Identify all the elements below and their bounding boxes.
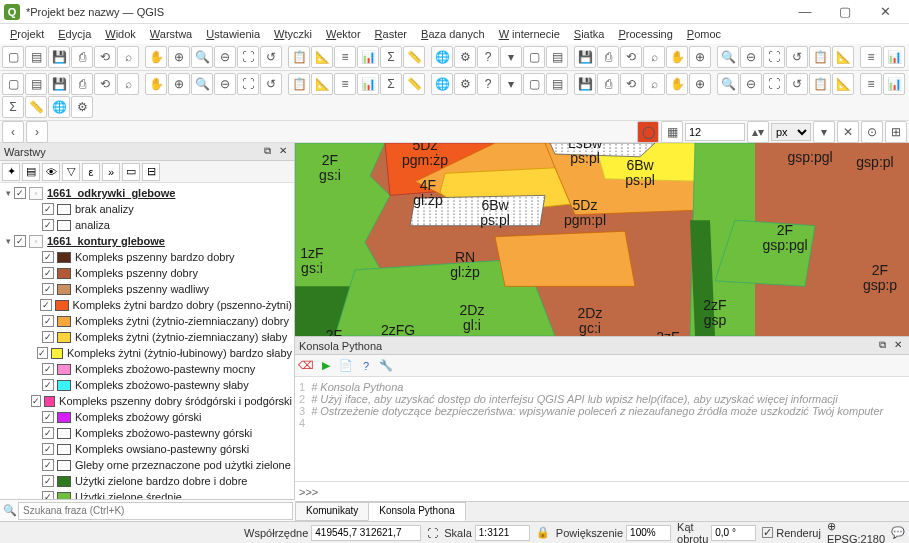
layer-checkbox[interactable]: ✓ xyxy=(42,219,54,231)
render-checkbox[interactable]: ✓Renderuj xyxy=(762,527,821,539)
toolbar-button[interactable]: ▤ xyxy=(546,73,568,95)
help-icon[interactable]: ? xyxy=(357,357,375,375)
layer-checkbox[interactable]: ✓ xyxy=(42,475,54,487)
tab-konsola[interactable]: Konsola Pythona xyxy=(368,502,466,521)
toolbar-button[interactable]: ↺ xyxy=(786,73,808,95)
scale-input[interactable] xyxy=(475,525,530,541)
layer-checkbox[interactable]: ✓ xyxy=(42,379,54,391)
layer-checkbox[interactable]: ✓ xyxy=(42,331,54,343)
toolbar-button[interactable]: 📐 xyxy=(832,73,854,95)
eye-icon[interactable]: 👁 xyxy=(42,163,60,181)
toolbar-button[interactable]: ✋ xyxy=(666,46,688,68)
toolbar-button[interactable]: ? xyxy=(477,73,499,95)
coord-input[interactable] xyxy=(311,525,421,541)
toolbar-button[interactable]: ⎙ xyxy=(597,73,619,95)
layer-node[interactable]: ✓Kompleks zbożowo-pastewny górski xyxy=(0,425,294,441)
toolbar-button[interactable]: 📏 xyxy=(403,73,425,95)
layer-node[interactable]: ✓Kompleks pszenny dobry śródgórski i pod… xyxy=(0,393,294,409)
unit-select[interactable]: px xyxy=(771,123,811,141)
layer-node[interactable]: ✓Kompleks żytni bardzo dobry (pszenno-ży… xyxy=(0,297,294,313)
crs-button[interactable]: ⊕ EPSG:2180 xyxy=(827,520,885,543)
toolbar-button[interactable]: 📋 xyxy=(809,46,831,68)
toolbar-button[interactable]: ⎙ xyxy=(597,46,619,68)
stepper-icon[interactable]: ▴▾ xyxy=(747,121,769,143)
toolbar-button[interactable]: ⊖ xyxy=(214,73,236,95)
toolbar-button[interactable]: ⊖ xyxy=(740,46,762,68)
rot-input[interactable] xyxy=(711,525,756,541)
remove-icon[interactable]: ⊟ xyxy=(142,163,160,181)
toolbar-button[interactable]: ⚙ xyxy=(454,46,476,68)
tool-icon[interactable]: ◯ xyxy=(637,121,659,143)
arrow-right-icon[interactable]: › xyxy=(26,121,48,143)
toolbar-button[interactable]: ▢ xyxy=(2,46,24,68)
toolbar-button[interactable]: ⌕ xyxy=(117,46,139,68)
menu-item[interactable]: Edycja xyxy=(52,26,97,42)
toolbar-button[interactable]: ⌕ xyxy=(643,73,665,95)
toolbar-button[interactable]: ⛶ xyxy=(237,46,259,68)
toolbar-button[interactable]: ↺ xyxy=(260,73,282,95)
toolbar-button[interactable]: Σ xyxy=(380,73,402,95)
expr-icon[interactable]: ε xyxy=(82,163,100,181)
layer-node[interactable]: ▾✓▫1661_odkrywki_glebowe xyxy=(0,185,294,201)
toolbar-button[interactable]: ⊖ xyxy=(214,46,236,68)
minimize-button[interactable]: — xyxy=(785,1,825,23)
menu-item[interactable]: Wtyczki xyxy=(268,26,318,42)
layer-node[interactable]: ✓Kompleks żytni (żytnio-łubinowy) bardzo… xyxy=(0,345,294,361)
toolbar-button[interactable]: 📊 xyxy=(357,73,379,95)
filter-icon[interactable]: ▤ xyxy=(22,163,40,181)
tool-icon[interactable]: ⊙ xyxy=(861,121,883,143)
toolbar-button[interactable]: ▾ xyxy=(500,73,522,95)
toolbar-button[interactable]: ▤ xyxy=(25,46,47,68)
clear-icon[interactable]: ⌫ xyxy=(297,357,315,375)
layer-node[interactable]: ▾✓▫1661_kontury glebowe xyxy=(0,233,294,249)
map-canvas[interactable]: 2Fgs:izFl:żp1zFgs:i2Fgs:i2zFGgs:i5Dzpgm:… xyxy=(295,143,909,336)
toolbar-button[interactable]: ≡ xyxy=(860,46,882,68)
run-icon[interactable]: ▶ xyxy=(317,357,335,375)
toolbar-button[interactable]: ⊖ xyxy=(740,73,762,95)
toolbar-button[interactable]: 📏 xyxy=(403,46,425,68)
layer-node[interactable]: ✓analiza xyxy=(0,217,294,233)
toolbar-button[interactable]: ≡ xyxy=(334,46,356,68)
layer-checkbox[interactable]: ✓ xyxy=(42,203,54,215)
menu-item[interactable]: Warstwa xyxy=(144,26,198,42)
toolbar-button[interactable]: ⌕ xyxy=(643,46,665,68)
layer-node[interactable]: ✓Kompleks zbożowo-pastewny słaby xyxy=(0,377,294,393)
toolbar-button[interactable]: ▤ xyxy=(25,73,47,95)
close-button[interactable]: ✕ xyxy=(865,1,905,23)
pyconsole-output[interactable]: 1# Konsola Pythona2# Użyj iface, aby uzy… xyxy=(295,377,909,481)
layer-node[interactable]: ✓brak analizy xyxy=(0,201,294,217)
toolbar-button[interactable]: 📐 xyxy=(311,46,333,68)
menu-item[interactable]: Siatka xyxy=(568,26,611,42)
toolbar-button[interactable]: Σ xyxy=(2,96,24,118)
toolbar-button[interactable]: ↺ xyxy=(786,46,808,68)
menu-item[interactable]: Widok xyxy=(99,26,142,42)
toolbar-button[interactable]: ⟲ xyxy=(94,73,116,95)
toolbar-button[interactable]: ⎙ xyxy=(71,46,93,68)
tool-icon[interactable]: ✕ xyxy=(837,121,859,143)
layer-node[interactable]: ✓Użytki zielone bardzo dobre i dobre xyxy=(0,473,294,489)
toolbar-button[interactable]: ▢ xyxy=(523,73,545,95)
menu-item[interactable]: Baza danych xyxy=(415,26,491,42)
toolbar-button[interactable]: ⚙ xyxy=(454,73,476,95)
toolbar-button[interactable]: ✋ xyxy=(666,73,688,95)
toolbar-button[interactable]: ⟲ xyxy=(94,46,116,68)
toolbar-button[interactable]: 📋 xyxy=(288,73,310,95)
toolbar-button[interactable]: Σ xyxy=(380,46,402,68)
layer-checkbox[interactable]: ✓ xyxy=(14,187,26,199)
layer-checkbox[interactable]: ✓ xyxy=(31,395,41,407)
toolbar-button[interactable]: ⛶ xyxy=(237,73,259,95)
toolbar-button[interactable]: ▤ xyxy=(546,46,568,68)
menu-item[interactable]: Projekt xyxy=(4,26,50,42)
maximize-button[interactable]: ▢ xyxy=(825,1,865,23)
toolbar-button[interactable]: 📋 xyxy=(809,73,831,95)
toolbar-button[interactable]: 🌐 xyxy=(48,96,70,118)
toolbar-button[interactable]: 📋 xyxy=(288,46,310,68)
menu-item[interactable]: Processing xyxy=(612,26,678,42)
toolbar-button[interactable]: ⊕ xyxy=(168,73,190,95)
mag-input[interactable] xyxy=(626,525,671,541)
toolbar-button[interactable]: ⟲ xyxy=(620,46,642,68)
menu-item[interactable]: Ustawienia xyxy=(200,26,266,42)
toolbar-button[interactable]: ▢ xyxy=(523,46,545,68)
dropdown-icon[interactable]: ▾ xyxy=(813,121,835,143)
undock-icon[interactable]: ⧉ xyxy=(260,145,274,159)
